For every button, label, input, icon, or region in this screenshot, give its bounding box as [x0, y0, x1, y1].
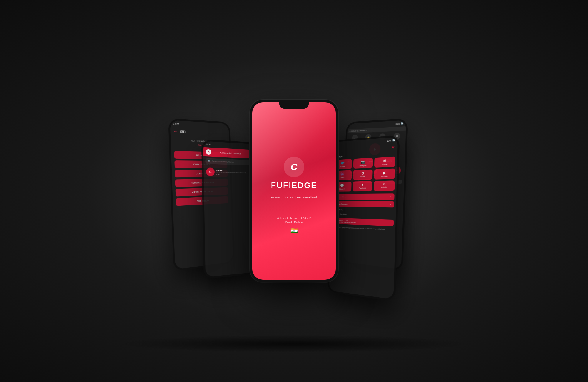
settings-battery: 33% — [387, 139, 391, 142]
settings-app-version: App Version: 1.0.26 You have the Latest … — [332, 218, 394, 226]
wallet-right-refresh-icon: 🔄 — [401, 122, 404, 125]
privacy-policy-item[interactable]: Privacy Policy — [332, 208, 394, 213]
quora-label: Quora — [360, 176, 365, 177]
fufi-welcome-line1: Welcome to the world of FutureFi — [277, 217, 311, 220]
discord-label: Discord — [339, 188, 344, 190]
social-medium[interactable]: M Medium — [374, 156, 395, 168]
reddit-icon: 👾 — [340, 172, 344, 176]
settings-menu: Release Notes › Change Password › — [331, 193, 396, 207]
phone-center-content: C FUFI EDGE Fastest | Safest | Decentral… — [252, 111, 336, 280]
fufi-tagline: Fastest | Safest | Decentralised — [271, 196, 317, 199]
settings-static-items: Privacy Policy Terms & Conditions — [330, 207, 396, 218]
fufi-logo-letter: C — [290, 162, 297, 172]
fufi-welcome-line2: Proudly Made in — [277, 220, 311, 224]
search-icon: 🔍 — [208, 160, 211, 163]
chevron-right-icon-password: › — [390, 203, 391, 206]
wallet-logo-letter: G — [208, 150, 210, 153]
sid-time: 12:23 — [173, 122, 179, 125]
facebook-icon: f — [362, 183, 363, 187]
phone-settings-inner: 33% 🔄 ★ Settings 🐦 Twitter 📷 Instagram — [329, 137, 398, 299]
wallet-search-placeholder: Search Wallet By Name — [212, 160, 234, 163]
youtube-icon: ▶ — [383, 171, 386, 175]
fufi-brand-fufi: FUFI — [271, 181, 291, 190]
youtube-label: YouTube — [381, 175, 388, 177]
settings-menu-change-password[interactable]: Change Password › — [332, 201, 394, 208]
fufi-brand-edge: EDGE — [291, 181, 317, 190]
settings-star-icon[interactable]: ★ — [391, 145, 395, 150]
twitter-icon: 🐦 — [340, 161, 345, 165]
india-flag: 🇮🇳 — [290, 227, 298, 234]
reddit-label: Reddit — [340, 177, 345, 179]
wallet-search[interactable]: 🔍 Search Wallet By Name — [205, 158, 256, 166]
wallet-right-battery: 33% — [395, 123, 400, 125]
settings-support-text: If you have any query or suggestions ple… — [330, 225, 395, 232]
sid-title: SID — [180, 130, 186, 134]
back-arrow-icon[interactable]: ← — [173, 129, 178, 134]
settings-menu-release-notes[interactable]: Release Notes › — [333, 193, 395, 200]
phone-center: C FUFI EDGE Fastest | Safest | Decentral… — [250, 100, 338, 282]
phone-notch — [279, 102, 309, 109]
quora-icon: Q — [361, 172, 364, 175]
fufi-welcome: Welcome to the world of FutureFi Proudly… — [277, 217, 311, 224]
linkedin-label: LinkedIn — [381, 186, 387, 188]
wallet-time: 12:22 — [206, 143, 211, 145]
social-grid: 🐦 Twitter 📷 Instagram M Medium 👾 Reddit … — [331, 156, 397, 192]
discord-icon: 💬 — [340, 183, 344, 187]
sid-code: NA — [198, 144, 202, 147]
facebook-label: Facebook — [359, 187, 366, 189]
phone-center-inner: C FUFI EDGE Fastest | Safest | Decentral… — [252, 102, 336, 280]
settings-refresh-icon: 🔄 — [392, 139, 395, 142]
social-youtube[interactable]: ▶ YouTube — [374, 168, 395, 180]
phones-container: 12:23 ← SID Your Referral code is NA ⧉ B… — [88, 44, 500, 338]
social-instagram[interactable]: 📷 Instagram — [353, 158, 373, 169]
fufi-brand-container: FUFI EDGE — [271, 181, 317, 190]
wallet-header-title: Welcome to FUFI Edge — [220, 151, 241, 155]
social-facebook[interactable]: f Facebook — [353, 181, 372, 191]
wallet-create-icon: G — [206, 167, 215, 176]
wallet-create-label: Fufi — [216, 173, 219, 175]
wallet-header-logo: G — [206, 149, 211, 155]
linkedin-icon: in — [383, 182, 385, 185]
fufi-logo-circle: C — [284, 157, 304, 177]
medium-label: Medium — [382, 164, 387, 166]
instagram-label: Instagram — [360, 165, 367, 167]
instagram-icon: 📷 — [361, 160, 365, 164]
social-quora[interactable]: Q Quora — [353, 169, 373, 180]
twitter-label: Twitter — [340, 166, 345, 168]
chevron-right-icon-release: › — [390, 195, 391, 198]
terms-conditions-item[interactable]: Terms & Conditions — [332, 212, 394, 217]
medium-icon: M — [383, 159, 386, 163]
social-linkedin[interactable]: in LinkedIn — [374, 180, 395, 191]
